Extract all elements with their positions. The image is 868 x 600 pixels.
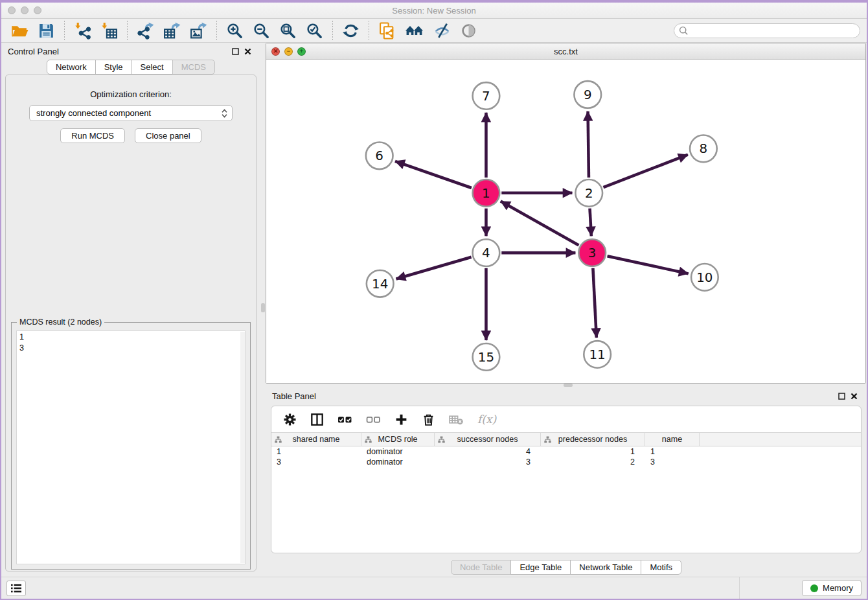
node-14[interactable]: 14 <box>367 270 394 297</box>
table-cell[interactable]: dominator <box>361 457 435 467</box>
tab-network[interactable]: Network <box>47 60 96 75</box>
node-15[interactable]: 15 <box>473 343 500 371</box>
deselect-all-rows-button[interactable] <box>365 411 382 428</box>
edge-3-1[interactable] <box>501 202 579 246</box>
splitter-handle[interactable] <box>261 303 265 312</box>
close-mcds-panel-button[interactable]: Close panel <box>135 128 201 143</box>
zoom-out-button[interactable] <box>249 21 274 41</box>
table-cell[interactable]: 1 <box>645 447 700 456</box>
duplicate-network-button[interactable] <box>374 21 400 41</box>
memory-button[interactable]: Memory <box>802 580 862 596</box>
table-cell[interactable]: 4 <box>435 447 541 456</box>
table-cell[interactable]: 1 <box>271 447 361 456</box>
table-cell[interactable]: 2 <box>541 457 645 467</box>
maximize-network-button[interactable]: + <box>297 47 306 56</box>
edge-3-10[interactable] <box>608 256 689 273</box>
task-history-button[interactable] <box>6 581 26 596</box>
tab-style[interactable]: Style <box>95 60 132 75</box>
minimize-network-button[interactable]: − <box>284 47 293 56</box>
node-4[interactable]: 4 <box>473 239 500 266</box>
network-canvas-svg[interactable]: 7968124314101511 <box>266 60 865 383</box>
first-neighbors-button[interactable] <box>401 21 428 41</box>
edge-2-9[interactable] <box>588 111 589 178</box>
node-8[interactable]: 8 <box>690 135 717 163</box>
show-columns-button[interactable] <box>309 411 325 428</box>
save-session-button[interactable] <box>34 21 59 41</box>
tab-edge-table[interactable]: Edge Table <box>510 560 571 575</box>
panel-splitter-horizontal[interactable] <box>266 384 867 387</box>
column-header-successor-nodes[interactable]: successor nodes <box>435 433 541 446</box>
window-titlebar: Session: New Session <box>1 3 867 19</box>
edge-1-6[interactable] <box>395 161 472 188</box>
mcds-panel: Optimization criterion: strongly connect… <box>5 75 257 571</box>
maximize-window-button[interactable] <box>34 6 41 14</box>
export-network-button[interactable] <box>133 21 158 41</box>
delete-column-button[interactable] <box>420 411 437 428</box>
float-icon <box>838 393 845 400</box>
table-row[interactable]: 3dominator323 <box>271 457 861 467</box>
zoom-selected-button[interactable] <box>302 21 327 41</box>
node-10[interactable]: 10 <box>691 264 718 291</box>
column-header-shared-name[interactable]: shared name <box>271 433 361 446</box>
column-header-MCDS-role[interactable]: MCDS role <box>361 433 435 446</box>
node-9[interactable]: 9 <box>574 81 601 108</box>
tab-select[interactable]: Select <box>131 60 173 75</box>
apply-layout-button[interactable] <box>338 21 363 41</box>
zoom-in-button[interactable] <box>222 21 247 41</box>
zoom-in-icon <box>226 22 244 40</box>
node-3[interactable]: 3 <box>578 239 606 266</box>
node-1[interactable]: 1 <box>473 179 500 207</box>
node-7[interactable]: 7 <box>473 82 500 110</box>
close-table-panel-button[interactable] <box>848 393 860 400</box>
close-panel-button[interactable] <box>242 48 254 55</box>
import-network-button[interactable] <box>70 21 95 41</box>
edge-4-14[interactable] <box>396 257 471 279</box>
open-session-button[interactable] <box>7 21 32 41</box>
show-all-button[interactable] <box>456 21 481 41</box>
run-mcds-button[interactable]: Run MCDS <box>60 128 125 143</box>
select-all-rows-button[interactable] <box>336 411 354 428</box>
delete-table-button[interactable] <box>448 411 465 428</box>
minimize-window-button[interactable] <box>21 6 29 14</box>
panel-splitter-vertical[interactable] <box>260 43 266 577</box>
float-panel-button[interactable] <box>229 48 242 55</box>
edge-2-8[interactable] <box>603 155 687 188</box>
table-cell[interactable]: 1 <box>541 447 645 456</box>
splitter-handle[interactable] <box>564 384 573 387</box>
tab-mcds[interactable]: MCDS <box>172 60 215 75</box>
table-row[interactable]: 1dominator411 <box>271 446 861 457</box>
hide-selected-button[interactable] <box>429 21 455 41</box>
float-table-panel-button[interactable] <box>836 393 848 400</box>
node-2[interactable]: 2 <box>575 179 602 207</box>
edge-2-3[interactable] <box>590 209 591 237</box>
tab-network-table[interactable]: Network Table <box>570 560 641 575</box>
network-canvas[interactable]: 7968124314101511 <box>266 60 865 383</box>
search-box[interactable] <box>674 23 860 38</box>
import-table-button[interactable] <box>97 21 122 41</box>
table-cell[interactable]: dominator <box>361 447 435 456</box>
edge-3-11[interactable] <box>593 268 596 338</box>
search-input[interactable] <box>691 24 860 37</box>
table-settings-button[interactable] <box>282 411 298 428</box>
column-header-predecessor-nodes[interactable]: predecessor nodes <box>541 433 645 446</box>
zoom-fit-button[interactable] <box>275 21 301 41</box>
close-network-button[interactable]: ✕ <box>271 47 280 56</box>
mcds-result-text[interactable]: 1 3 <box>16 330 246 564</box>
result-scrollbar[interactable] <box>240 332 245 563</box>
export-table-button[interactable] <box>159 21 185 41</box>
open-file-icon <box>11 22 29 40</box>
column-header-name[interactable]: name <box>645 433 700 446</box>
optimization-criterion-dropdown[interactable]: strongly connected component <box>29 105 233 121</box>
table-cell[interactable]: 3 <box>271 457 361 467</box>
close-window-button[interactable] <box>8 6 16 14</box>
table-cell[interactable]: 3 <box>645 457 700 467</box>
tab-motifs[interactable]: Motifs <box>641 560 681 575</box>
export-image-button[interactable] <box>186 21 211 41</box>
tab-node-table[interactable]: Node Table <box>451 560 512 575</box>
add-column-button[interactable] <box>393 411 409 428</box>
node-6[interactable]: 6 <box>366 142 393 169</box>
node-11[interactable]: 11 <box>584 341 611 368</box>
table-cell[interactable]: 3 <box>435 457 541 467</box>
function-builder-button[interactable]: f(x) <box>476 411 497 427</box>
node-label: 9 <box>584 87 592 102</box>
